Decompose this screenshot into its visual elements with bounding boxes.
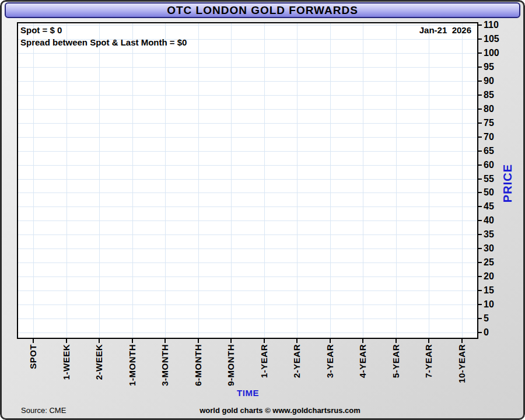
- h-gridline: [18, 262, 477, 263]
- h-gridline: [18, 95, 477, 96]
- v-gridline: [396, 23, 397, 338]
- plot-area: Spot = $ 0 Spread between Spot & Last Mo…: [17, 22, 478, 339]
- y-tick: [478, 178, 482, 180]
- y-tick: [478, 248, 482, 249]
- y-tick-label: 5: [484, 313, 489, 324]
- x-tick: [461, 339, 463, 343]
- x-tick: [164, 339, 166, 343]
- x-tick-label: 2-YEAR: [292, 344, 302, 378]
- y-tick-label: 0: [484, 327, 489, 338]
- h-gridline: [18, 249, 477, 249]
- y-tick: [478, 304, 482, 305]
- v-gridline: [429, 23, 429, 338]
- spread-annotation: Spread between Spot & Last Month = $0: [20, 36, 187, 48]
- y-tick: [478, 52, 482, 54]
- v-gridline: [66, 23, 67, 338]
- x-tick: [296, 339, 298, 343]
- title-bar: OTC LONDON GOLD FORWARDS: [5, 2, 520, 18]
- v-gridline: [363, 23, 363, 338]
- y-tick-label: 50: [484, 187, 494, 198]
- y-tick-label: 85: [484, 90, 494, 100]
- v-gridline: [462, 23, 463, 338]
- v-gridline: [33, 23, 34, 338]
- y-tick-label: 110: [484, 20, 499, 30]
- source-label: Source: CME: [21, 406, 66, 415]
- x-tick: [428, 339, 429, 343]
- y-tick: [478, 38, 482, 40]
- y-tick: [478, 24, 482, 26]
- h-gridline: [18, 276, 477, 277]
- y-tick-label: 75: [484, 118, 494, 128]
- v-gridline: [99, 23, 100, 338]
- y-tick-label: 65: [484, 146, 494, 156]
- h-gridline: [18, 123, 477, 124]
- y-tick: [478, 220, 482, 221]
- v-gridline: [132, 23, 133, 338]
- v-gridline: [231, 23, 232, 338]
- spot-annotation: Spot = $ 0: [20, 24, 187, 36]
- x-tick-label: 1-MONTH: [127, 344, 137, 386]
- h-gridline: [18, 165, 477, 166]
- chart-window: OTC LONDON GOLD FORWARDS Spot = $ 0 Spre…: [0, 0, 525, 420]
- h-gridline: [18, 179, 477, 180]
- chart-title: OTC LONDON GOLD FORWARDS: [167, 4, 358, 17]
- v-gridline: [198, 23, 199, 338]
- date-label: Jan-21 2026: [419, 24, 471, 36]
- y-tick: [478, 318, 482, 319]
- h-gridline: [18, 137, 477, 138]
- x-tick-label: SPOT: [28, 344, 38, 369]
- y-tick: [478, 164, 482, 166]
- y-tick: [478, 192, 482, 193]
- v-gridline: [297, 23, 298, 338]
- x-tick: [330, 339, 331, 343]
- h-gridline: [18, 109, 477, 110]
- y-tick-label: 105: [484, 34, 499, 44]
- y-tick: [478, 290, 482, 291]
- x-tick: [230, 339, 232, 343]
- x-tick-label: 3-MONTH: [160, 344, 170, 386]
- x-tick: [362, 339, 363, 343]
- y-tick: [478, 262, 482, 263]
- x-tick: [132, 339, 133, 343]
- h-gridline: [18, 192, 477, 193]
- x-tick-label: 2-WEEK: [94, 344, 104, 380]
- y-tick: [478, 123, 482, 124]
- h-gridline: [18, 304, 477, 305]
- x-tick: [198, 339, 199, 343]
- y-tick-label: 90: [484, 76, 494, 86]
- y-tick: [478, 136, 482, 138]
- y-tick-label: 35: [484, 229, 494, 240]
- y-tick: [478, 108, 482, 110]
- v-gridline: [165, 23, 166, 338]
- h-gridline: [18, 235, 477, 235]
- y-tick-label: 100: [484, 48, 499, 58]
- h-gridline: [18, 81, 477, 82]
- y-tick: [478, 276, 482, 277]
- x-axis-title: TIME: [190, 388, 306, 398]
- y-tick-label: 20: [484, 271, 494, 282]
- x-tick: [396, 339, 397, 343]
- y-tick-label: 15: [484, 285, 494, 296]
- h-gridline: [18, 290, 477, 291]
- x-tick: [99, 339, 100, 343]
- y-tick-label: 40: [484, 215, 494, 226]
- copyright-label: world gold charts © www.goldchartsrus.co…: [134, 406, 426, 415]
- h-gridline: [18, 220, 477, 221]
- x-tick-label: 6-MONTH: [193, 344, 203, 386]
- h-gridline: [18, 206, 477, 207]
- h-gridline: [18, 67, 477, 68]
- y-tick-label: 95: [484, 62, 494, 72]
- y-axis-title: PRICE: [501, 164, 514, 202]
- y-tick: [478, 94, 482, 96]
- annotation-block: Spot = $ 0 Spread between Spot & Last Mo…: [20, 24, 187, 48]
- y-tick-label: 45: [484, 201, 494, 212]
- y-tick-label: 10: [484, 299, 494, 310]
- x-tick-label: 4-YEAR: [358, 344, 368, 378]
- y-tick: [478, 206, 482, 207]
- x-tick-label: 5-YEAR: [391, 344, 401, 378]
- y-tick-label: 30: [484, 243, 494, 254]
- x-tick-label: 9-MONTH: [226, 344, 236, 386]
- h-gridline: [18, 318, 477, 319]
- x-tick: [33, 339, 34, 343]
- y-tick: [478, 80, 482, 82]
